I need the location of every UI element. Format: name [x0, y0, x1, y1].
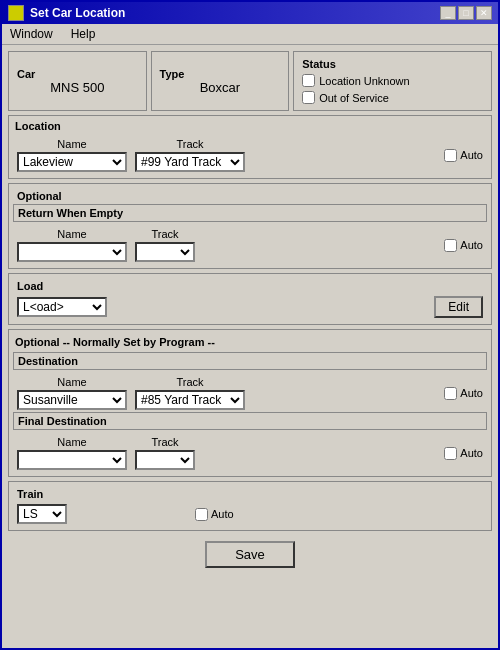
- close-button[interactable]: ✕: [476, 6, 492, 20]
- car-type-status-row: Car MNS 500 Type Boxcar Status Location …: [8, 51, 492, 111]
- final-auto-group: Auto: [444, 447, 483, 460]
- location-auto-label: Auto: [460, 149, 483, 161]
- optional-auto-group: Auto: [444, 239, 483, 252]
- final-track-label: Track: [135, 436, 195, 448]
- optional-track-select[interactable]: [135, 242, 195, 262]
- train-auto-group: Auto: [195, 508, 234, 521]
- location-unknown-label: Location Unknown: [319, 75, 410, 87]
- out-of-service-row: Out of Service: [302, 91, 483, 104]
- main-window: Set Car Location _ □ ✕ Window Help Car M…: [0, 0, 500, 650]
- location-track-label: Track: [135, 138, 245, 150]
- train-section-label: Train: [13, 486, 487, 502]
- final-dest-label: Final Destination: [13, 412, 487, 430]
- location-auto-checkbox[interactable]: [444, 149, 457, 162]
- optional-name-select[interactable]: [17, 242, 127, 262]
- type-panel: Type Boxcar: [151, 51, 290, 111]
- final-auto-checkbox[interactable]: [444, 447, 457, 460]
- content-area: Car MNS 500 Type Boxcar Status Location …: [2, 45, 498, 648]
- dest-name-label: Name: [17, 376, 127, 388]
- optional-auto-checkbox[interactable]: [444, 239, 457, 252]
- car-value: MNS 500: [50, 80, 104, 95]
- menu-window[interactable]: Window: [6, 26, 57, 42]
- optional-track-group: Track: [135, 228, 195, 262]
- type-label: Type: [160, 68, 185, 80]
- type-value: Boxcar: [200, 80, 240, 95]
- location-name-track-row: Name Lakeview Track #99 Yard Track Auto: [13, 136, 487, 174]
- title-bar-left: Set Car Location: [8, 5, 125, 21]
- dest-name-select[interactable]: Susanville: [17, 390, 127, 410]
- optional-track-label: Track: [135, 228, 195, 240]
- location-name-label: Name: [17, 138, 127, 150]
- app-icon: [8, 5, 24, 21]
- dest-track-group: Track #85 Yard Track: [135, 376, 245, 410]
- save-button[interactable]: Save: [205, 541, 295, 568]
- location-track-select[interactable]: #99 Yard Track: [135, 152, 245, 172]
- optional2-section: Optional -- Normally Set by Program -- D…: [8, 329, 492, 477]
- car-panel: Car MNS 500: [8, 51, 147, 111]
- train-row: LS Auto: [13, 502, 487, 526]
- location-unknown-row: Location Unknown: [302, 74, 483, 87]
- optional-name-track-row: Name Track Auto: [13, 226, 487, 264]
- location-name-select[interactable]: Lakeview: [17, 152, 127, 172]
- location-section-label: Location: [13, 120, 487, 136]
- out-of-service-label: Out of Service: [319, 92, 389, 104]
- menu-help[interactable]: Help: [67, 26, 100, 42]
- location-section: Location Name Lakeview Track #99 Yard Tr…: [8, 115, 492, 179]
- load-row: L<oad> Edit: [13, 294, 487, 320]
- title-bar: Set Car Location _ □ ✕: [2, 2, 498, 24]
- optional-name-group: Name: [17, 228, 127, 262]
- load-section: Load L<oad> Edit: [8, 273, 492, 325]
- status-panel: Status Location Unknown Out of Service: [293, 51, 492, 111]
- optional-section: Optional Return When Empty Name Track: [8, 183, 492, 269]
- destination-name-track-row: Name Susanville Track #85 Yard Track Aut…: [13, 374, 487, 412]
- train-section: Train LS Auto: [8, 481, 492, 531]
- dest-auto-label: Auto: [460, 387, 483, 399]
- optional-name-label: Name: [17, 228, 127, 240]
- load-select[interactable]: L<oad>: [17, 297, 107, 317]
- dest-auto-checkbox[interactable]: [444, 387, 457, 400]
- final-track-group: Track: [135, 436, 195, 470]
- maximize-button[interactable]: □: [458, 6, 474, 20]
- dest-track-select[interactable]: #85 Yard Track: [135, 390, 245, 410]
- dest-track-label: Track: [135, 376, 245, 388]
- location-track-group: Track #99 Yard Track: [135, 138, 245, 172]
- title-buttons: _ □ ✕: [440, 6, 492, 20]
- train-auto-checkbox[interactable]: [195, 508, 208, 521]
- location-unknown-checkbox[interactable]: [302, 74, 315, 87]
- out-of-service-checkbox[interactable]: [302, 91, 315, 104]
- save-row: Save: [8, 535, 492, 574]
- menu-bar: Window Help: [2, 24, 498, 45]
- location-auto-group: Auto: [444, 149, 483, 162]
- final-auto-label: Auto: [460, 447, 483, 459]
- car-label: Car: [17, 68, 35, 80]
- train-auto-label: Auto: [211, 508, 234, 520]
- optional-section-label: Optional: [13, 188, 487, 204]
- edit-button[interactable]: Edit: [434, 296, 483, 318]
- final-track-select[interactable]: [135, 450, 195, 470]
- optional2-label: Optional -- Normally Set by Program --: [13, 334, 487, 352]
- final-name-group: Name: [17, 436, 127, 470]
- location-name-group: Name Lakeview: [17, 138, 127, 172]
- destination-label: Destination: [13, 352, 487, 370]
- dest-auto-group: Auto: [444, 387, 483, 400]
- train-select[interactable]: LS: [17, 504, 67, 524]
- dest-name-group: Name Susanville: [17, 376, 127, 410]
- final-name-label: Name: [17, 436, 127, 448]
- load-section-label: Load: [13, 278, 487, 294]
- optional-auto-label: Auto: [460, 239, 483, 251]
- window-title: Set Car Location: [30, 6, 125, 20]
- status-label: Status: [302, 58, 336, 70]
- final-name-select[interactable]: [17, 450, 127, 470]
- final-dest-name-track-row: Name Track Auto: [13, 434, 487, 472]
- minimize-button[interactable]: _: [440, 6, 456, 20]
- return-when-empty-label: Return When Empty: [13, 204, 487, 222]
